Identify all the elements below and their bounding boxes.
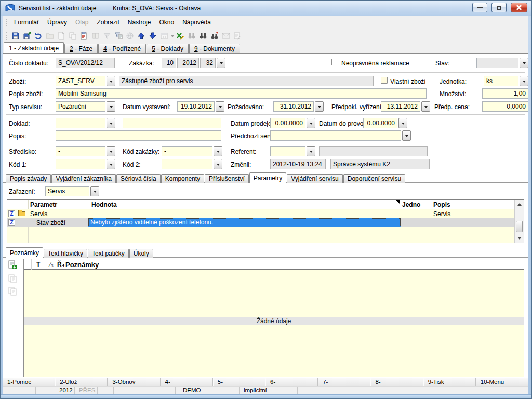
tab-ukoly[interactable]: Úkoly: [129, 249, 153, 258]
referent-dropdown-button[interactable]: [307, 146, 315, 156]
minimize-button[interactable]: [472, 3, 487, 12]
tab-text-paticky[interactable]: Text patičky: [88, 249, 129, 258]
doklad-text-field[interactable]: [123, 118, 221, 128]
predchozi-servis-dropdown-button[interactable]: [402, 130, 411, 141]
restore-button[interactable]: [491, 3, 507, 12]
tab-doporuceni-servisu[interactable]: Doporučení servisu: [343, 174, 405, 183]
menu-napoveda[interactable]: Nápověda: [178, 17, 215, 28]
fkey-2-uloz[interactable]: 2-Ulož: [55, 378, 108, 386]
fkey-3-obnov[interactable]: 3-Obnov: [108, 378, 160, 386]
tab-dokumenty[interactable]: 9 - Dokumenty: [189, 44, 240, 53]
kod-zakazky-field[interactable]: -: [162, 146, 212, 156]
zarazeni-field[interactable]: Servis: [45, 186, 89, 196]
popis-field[interactable]: [56, 130, 221, 141]
tab-podrizene[interactable]: 4 - Podřízené: [98, 44, 146, 53]
close-button[interactable]: [511, 3, 527, 12]
predpokl-vyrizeni-field[interactable]: 13.11.2012: [381, 101, 420, 112]
pozadovano-dropdown-button[interactable]: [315, 101, 324, 112]
doklad-dropdown-button[interactable]: [107, 118, 115, 128]
datum-vystaveni-field[interactable]: 19.10.2012: [177, 101, 215, 112]
col-parametr[interactable]: Parametr: [30, 201, 57, 208]
stav-dropdown-button[interactable]: [520, 58, 528, 68]
fkey-6[interactable]: 6-: [265, 378, 318, 386]
datum-provozu-dropdown-button[interactable]: [398, 118, 407, 128]
col-format-icon[interactable]: ⁄₃: [50, 261, 54, 268]
up-arrow-icon[interactable]: [136, 31, 147, 41]
zbozi-kod-field[interactable]: ZAST_SERV: [56, 76, 105, 86]
tab-doklady[interactable]: 5 - Doklady: [147, 44, 189, 53]
confirm-edit-icon[interactable]: [175, 31, 186, 41]
tab-prislusenstvi[interactable]: Příslušenství: [205, 174, 249, 183]
stredisko-field[interactable]: -: [56, 146, 105, 156]
typ-servisu-field[interactable]: Pozáruční: [56, 101, 105, 112]
zakazka-rok-field[interactable]: 2012: [177, 58, 199, 68]
fkey-1-pomoc[interactable]: 1-Pomoc: [3, 378, 55, 386]
fkey-7[interactable]: 7-: [318, 378, 370, 386]
col-poznamky[interactable]: Poznámky: [65, 261, 99, 269]
pozadovano-field[interactable]: 31.10.2012: [273, 101, 314, 112]
kod2-dropdown-button[interactable]: [214, 159, 222, 169]
fkey-9-tisk[interactable]: 9-Tisk: [423, 378, 476, 386]
menu-formular[interactable]: Formulář: [10, 17, 43, 28]
mnozstvi-field[interactable]: 1,00: [482, 88, 528, 99]
parameter-row-stav-zbozi[interactable]: Z Stav zboží Nebylo zjištěno viditelné p…: [7, 218, 514, 227]
kod-zakazky-dropdown-button[interactable]: [214, 146, 222, 156]
parameters-scrollbar[interactable]: [514, 200, 524, 243]
datum-vystaveni-dropdown-button[interactable]: [216, 101, 224, 112]
hodnota-cell-selected[interactable]: Nebylo zjištěno viditelné poškození tele…: [88, 218, 401, 227]
zakazka-poradi-field[interactable]: 32: [200, 58, 216, 68]
stredisko-dropdown-button[interactable]: [107, 146, 115, 156]
zbozi-dropdown-button[interactable]: [107, 76, 115, 86]
kod1-field[interactable]: [56, 159, 105, 169]
col-t[interactable]: T: [36, 261, 40, 268]
menu-okno[interactable]: Okno: [155, 17, 178, 28]
tab-seriova-cisla[interactable]: Sériová čísla: [116, 174, 161, 183]
save-as-icon[interactable]: [21, 31, 33, 41]
col-jednotka[interactable]: Jedno: [402, 201, 420, 208]
menu-zobrazit[interactable]: Zobrazit: [92, 17, 123, 28]
tab-komponenty[interactable]: Komponenty: [161, 174, 204, 183]
vlastni-zbozi-checkbox[interactable]: [381, 77, 388, 84]
save-icon[interactable]: [10, 31, 21, 41]
predchozi-servis-field[interactable]: [270, 130, 401, 141]
doklad-kod-field[interactable]: [56, 118, 105, 128]
fkey-8[interactable]: 8-: [370, 378, 423, 386]
zakazka-cislo-field[interactable]: 10: [162, 58, 176, 68]
stav-field[interactable]: [476, 58, 518, 68]
parameter-row-servis[interactable]: Z Servis Servis: [7, 209, 514, 218]
tab-vyjadreni-zakaznika[interactable]: Vyjádření zákazníka: [51, 174, 116, 183]
neopravnena-checkbox[interactable]: [331, 59, 338, 65]
datum-prodeje-dropdown-button[interactable]: [307, 118, 315, 128]
tab-popis-zavady[interactable]: Popis závady: [6, 174, 51, 183]
popis-zbozi-field[interactable]: Mobilní Samsung: [56, 88, 427, 99]
tab-parametry[interactable]: Parametry: [249, 172, 286, 183]
datum-provozu-field[interactable]: 0.00.0000: [363, 118, 397, 128]
datum-prodeje-field[interactable]: 0.00.0000: [270, 118, 305, 128]
col-hodnota[interactable]: Hodnota: [91, 201, 117, 208]
tab-poznamky[interactable]: Poznámky: [6, 247, 43, 258]
fkey-5[interactable]: 5-: [213, 378, 265, 386]
add-note-icon[interactable]: [8, 260, 17, 270]
typ-servisu-dropdown-button[interactable]: [107, 101, 115, 112]
tab-vyjadreni-servisu[interactable]: Vyjádření servisu: [287, 174, 343, 183]
tab-zakladni-udaje[interactable]: 1 - Základní údaje: [4, 42, 64, 53]
zarazeni-dropdown-button[interactable]: [90, 186, 99, 196]
fkey-4[interactable]: 4-: [161, 378, 213, 386]
tab-text-hlavicky[interactable]: Text hlavičky: [44, 249, 87, 258]
scroll-down-button[interactable]: [515, 234, 523, 242]
menu-nastroje[interactable]: Nástroje: [124, 17, 155, 28]
predp-cena-field[interactable]: 0,0000: [482, 101, 528, 112]
jednotka-field[interactable]: ks: [484, 76, 518, 86]
tab-faze[interactable]: 2 - Fáze: [64, 44, 98, 53]
undo-icon[interactable]: [33, 31, 44, 41]
paste-icon[interactable]: [78, 31, 90, 41]
scroll-up-button[interactable]: [515, 201, 523, 208]
menu-upravy[interactable]: Úpravy: [43, 17, 71, 28]
col-popis[interactable]: Popis: [433, 201, 450, 208]
find-special-icon[interactable]: [209, 31, 220, 41]
referent-kod-field[interactable]: [270, 146, 305, 156]
kod1-dropdown-button[interactable]: [107, 159, 115, 169]
find-next-icon[interactable]: [197, 31, 209, 41]
col-r[interactable]: Ř₄: [57, 261, 64, 268]
jednotka-dropdown-button[interactable]: [520, 76, 528, 86]
